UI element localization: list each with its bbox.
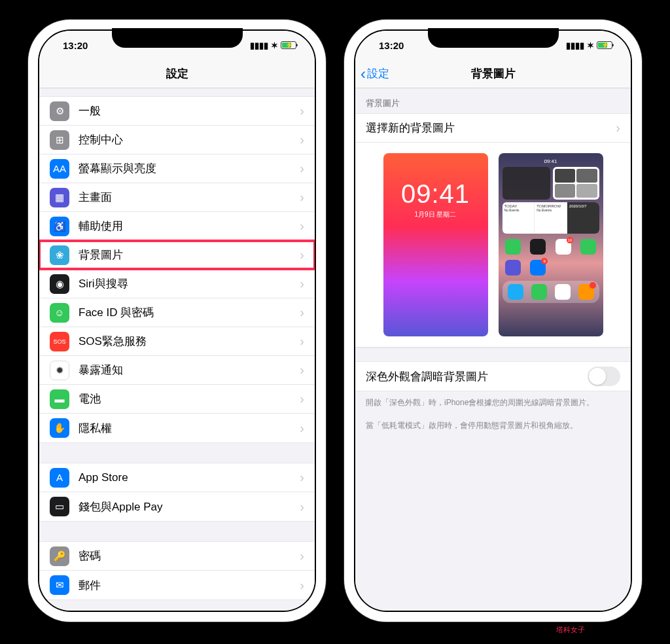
choose-wallpaper-row[interactable]: 選擇新的背景圖片 › bbox=[355, 114, 631, 143]
appstore-icon: A bbox=[50, 468, 69, 488]
dark-dim-toggle-row[interactable]: 深色外觀會調暗背景圖片 bbox=[355, 362, 631, 391]
gear-icon: ⚙ bbox=[50, 101, 69, 121]
settings-group: AApp Store›▭錢包與Apple Pay› bbox=[39, 463, 315, 522]
row-label: 密碼 bbox=[79, 548, 300, 564]
battery-icon: ▬ bbox=[50, 389, 69, 409]
app-icon: 9 bbox=[530, 260, 546, 276]
chevron-right-icon: › bbox=[300, 499, 304, 514]
passwords-icon: 🔑 bbox=[50, 546, 69, 566]
settings-row-control-center[interactable]: ⊞控制中心› bbox=[39, 126, 315, 154]
exposure-icon: ✹ bbox=[50, 361, 69, 380]
siri-icon: ◉ bbox=[50, 274, 69, 294]
chevron-right-icon: › bbox=[300, 161, 304, 176]
faceid-icon: ☺ bbox=[50, 303, 69, 323]
settings-row-home-screen[interactable]: ▦主畫面› bbox=[39, 183, 315, 212]
row-label: 螢幕顯示與亮度 bbox=[79, 161, 300, 176]
cellular-icon: ▮▮▮▮ bbox=[250, 41, 268, 50]
accessibility-icon: ♿ bbox=[50, 217, 69, 236]
settings-row-sos[interactable]: SOSSOS緊急服務› bbox=[39, 327, 315, 356]
screen-left: 13:20 ▮▮▮▮ ✶ ⚡ 設定 ⚙一般›⊞控制中心›AA螢幕顯示與亮度›▦主… bbox=[38, 29, 316, 612]
battery-icon: ⚡ bbox=[597, 41, 612, 49]
row-label: 控制中心 bbox=[79, 132, 300, 147]
row-label: 隱私權 bbox=[79, 421, 300, 436]
chevron-right-icon: › bbox=[300, 276, 304, 291]
chevron-right-icon: › bbox=[300, 421, 304, 436]
settings-group: 🔑密碼›✉郵件› bbox=[39, 541, 315, 600]
row-label: 錢包與Apple Pay bbox=[79, 499, 300, 514]
chevron-right-icon: › bbox=[300, 103, 304, 118]
badge bbox=[590, 282, 596, 289]
settings-row-display[interactable]: AA螢幕顯示與亮度› bbox=[39, 154, 315, 183]
chevron-right-icon: › bbox=[300, 334, 304, 349]
row-label: 背景圖片 bbox=[79, 247, 300, 262]
mail-icon: ✉ bbox=[50, 575, 69, 595]
app-icon bbox=[530, 239, 546, 255]
phone-frame-right: 13:20 ▮▮▮▮ ✶ ⚡ ‹ 設定 背景圖片 背景圖片 選擇新的背景圖片 bbox=[344, 20, 642, 622]
toggle-switch[interactable] bbox=[588, 367, 620, 386]
notch bbox=[112, 28, 243, 48]
settings-list[interactable]: ⚙一般›⊞控制中心›AA螢幕顯示與亮度›▦主畫面›♿輔助使用›❀背景圖片›◉Si… bbox=[39, 88, 315, 611]
settings-row-appstore[interactable]: AApp Store› bbox=[39, 463, 315, 492]
row-label: 暴露通知 bbox=[79, 363, 300, 378]
chevron-right-icon: › bbox=[300, 470, 304, 485]
notch bbox=[428, 28, 559, 48]
chevron-right-icon: › bbox=[300, 219, 304, 234]
chevron-right-icon: › bbox=[300, 363, 304, 378]
privacy-icon: ✋ bbox=[50, 418, 69, 438]
settings-row-privacy[interactable]: ✋隱私權› bbox=[39, 414, 315, 442]
chevron-right-icon: › bbox=[300, 190, 304, 205]
app-icon bbox=[505, 260, 521, 276]
settings-row-passwords[interactable]: 🔑密碼› bbox=[39, 542, 315, 571]
row-label: 選擇新的背景圖片 bbox=[366, 120, 616, 135]
nav-title: 背景圖片 bbox=[471, 66, 516, 81]
app-icon bbox=[555, 260, 571, 276]
settings-row-accessibility[interactable]: ♿輔助使用› bbox=[39, 212, 315, 241]
row-label: 主畫面 bbox=[79, 190, 300, 205]
settings-row-siri[interactable]: ◉Siri與搜尋› bbox=[39, 270, 315, 298]
settings-row-battery[interactable]: ▬電池› bbox=[39, 385, 315, 414]
dock-safari-icon bbox=[555, 284, 571, 300]
phone-frame-left: 13:20 ▮▮▮▮ ✶ ⚡ 設定 ⚙一般›⊞控制中心›AA螢幕顯示與亮度›▦主… bbox=[28, 20, 326, 622]
battery-icon: ⚡ bbox=[281, 41, 296, 49]
wifi-icon: ✶ bbox=[587, 41, 594, 50]
home-screen-preview[interactable]: 09:41 TODAYNo Events bbox=[499, 153, 603, 336]
dock-phone-icon bbox=[531, 284, 547, 300]
lock-preview-date: 1月9日 星期二 bbox=[383, 210, 488, 219]
app-icon bbox=[580, 239, 596, 255]
row-label: 輔助使用 bbox=[79, 219, 300, 234]
chevron-right-icon: › bbox=[300, 247, 304, 262]
footer-text-2: 當「低耗電模式」啟用時，會停用動態背景圖片和視角縮放。 bbox=[355, 414, 631, 437]
screen-right: 13:20 ▮▮▮▮ ✶ ⚡ ‹ 設定 背景圖片 背景圖片 選擇新的背景圖片 bbox=[354, 29, 632, 612]
lock-preview-time: 09:41 bbox=[383, 179, 488, 209]
row-label: 一般 bbox=[79, 103, 300, 118]
app-icon bbox=[505, 239, 521, 255]
chevron-left-icon: ‹ bbox=[361, 65, 366, 83]
app-icon bbox=[580, 260, 596, 276]
back-label: 設定 bbox=[367, 66, 389, 81]
nav-title: 設定 bbox=[166, 66, 188, 81]
chevron-right-icon: › bbox=[300, 578, 304, 593]
home-screen-icon: ▦ bbox=[50, 188, 69, 207]
wallpaper-icon: ❀ bbox=[50, 245, 69, 265]
settings-row-exposure[interactable]: ✹暴露通知› bbox=[39, 356, 315, 385]
watermark: 塔科女子 bbox=[556, 625, 585, 635]
sos-icon: SOS bbox=[50, 332, 69, 351]
lock-screen-preview[interactable]: 09:41 1月9日 星期二 bbox=[383, 153, 488, 336]
settings-row-wallet[interactable]: ▭錢包與Apple Pay› bbox=[39, 492, 315, 521]
footer-text-1: 開啟「深色外觀」時，iPhone會根據您的周圍光線調暗背景圖片。 bbox=[355, 391, 631, 414]
chevron-right-icon: › bbox=[300, 305, 304, 320]
row-label: SOS緊急服務 bbox=[79, 334, 300, 349]
dock-mail-icon bbox=[508, 284, 523, 300]
cellular-icon: ▮▮▮▮ bbox=[566, 41, 584, 50]
settings-row-wallpaper[interactable]: ❀背景圖片› bbox=[39, 241, 315, 270]
nav-bar: 設定 bbox=[39, 60, 315, 88]
settings-row-gear[interactable]: ⚙一般› bbox=[39, 97, 315, 126]
back-button[interactable]: ‹ 設定 bbox=[361, 65, 389, 83]
wallpaper-content[interactable]: 背景圖片 選擇新的背景圖片 › 09:41 1月9日 星期二 bbox=[355, 88, 631, 611]
status-indicators: ▮▮▮▮ ✶ ⚡ bbox=[566, 41, 612, 50]
wallet-icon: ▭ bbox=[50, 497, 69, 516]
app-icon: 19 bbox=[555, 239, 571, 255]
settings-row-faceid[interactable]: ☺Face ID 與密碼› bbox=[39, 298, 315, 327]
status-time: 13:20 bbox=[63, 40, 88, 51]
settings-row-mail[interactable]: ✉郵件› bbox=[39, 571, 315, 599]
